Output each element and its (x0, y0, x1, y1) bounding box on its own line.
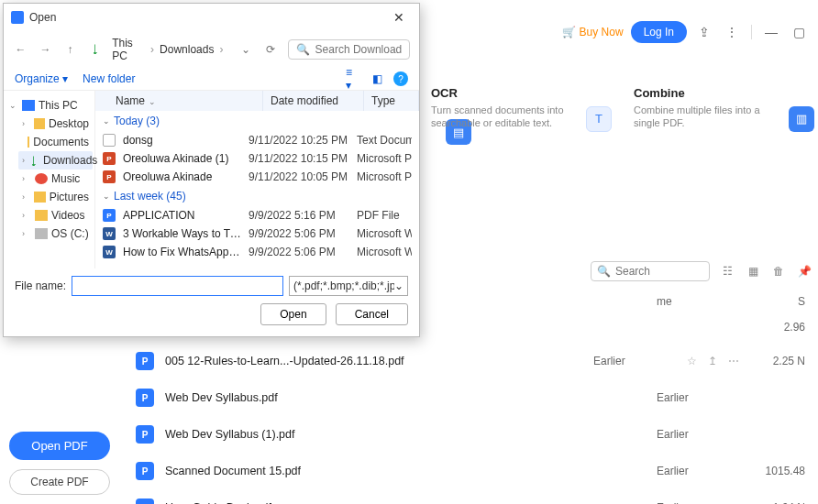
cart-icon: 🛒 (562, 26, 576, 38)
group-lastweek[interactable]: ⌄Last week (45) (95, 186, 419, 206)
nav-download-icon[interactable]: ⭣ (87, 41, 103, 58)
card-title: OCR (431, 86, 610, 100)
more-icon[interactable]: ⋯ (728, 355, 739, 367)
chevron-down-icon: ⌄ (394, 279, 403, 292)
dialog-search-input[interactable] (315, 43, 403, 56)
combine-icon: ▥ (789, 106, 814, 132)
group-today[interactable]: ⌄Today (3) (95, 111, 419, 131)
dialog-toolbar: Organize ▾ New folder ≡ ▾ ◧ ? (4, 68, 419, 90)
dialog-nav: ← → ↑ ⭣ This PC › Downloads › ⌄ ⟳ 🔍 (4, 31, 419, 68)
file-item[interactable]: PAPPLICATION9/9/2022 5:16 PMPDF File (95, 206, 419, 225)
left-panel: Open PDF Create PDF (9, 432, 128, 495)
filename-input[interactable] (72, 276, 283, 296)
close-icon[interactable]: ✕ (386, 7, 412, 27)
chevron-right-icon: › (219, 43, 223, 56)
delete-icon[interactable]: 🗑 (770, 263, 787, 279)
star-icon[interactable]: ☆ (687, 355, 697, 367)
view-list-icon[interactable]: ☷ (719, 263, 735, 279)
upload-icon[interactable]: ↥ (708, 355, 717, 367)
minimize-icon[interactable]: — (761, 22, 781, 42)
folder-tree: ⌄This PC ›Desktop Documents ›⭣Downloads … (4, 91, 95, 268)
nav-back-icon[interactable]: ← (13, 41, 28, 58)
file-row[interactable]: P 005 12-Rules-to-Learn...-Updated-26.11… (128, 343, 812, 379)
file-name: Web Dev Syllabus.pdf (165, 391, 646, 404)
preview-pane-icon[interactable]: ◧ (370, 71, 384, 86)
organize-menu[interactable]: Organize ▾ (15, 72, 68, 85)
file-row[interactable]: P Web Dev Syllabus.pdf Earlier (128, 379, 812, 416)
tree-music[interactable]: ›Music (18, 170, 93, 188)
row-actions: ☆ ↥ ⋯ (687, 355, 739, 367)
tree-this-pc[interactable]: ⌄This PC (6, 96, 93, 115)
help-icon[interactable]: ? (393, 71, 408, 86)
file-item[interactable]: POreoluwa Akinade (1)9/11/2022 10:15 PMM… (95, 149, 419, 168)
file-time: Earlier (593, 355, 676, 367)
file-row[interactable]: P User Guide Book.pdf Earlier 1.64 N (128, 489, 812, 504)
dialog-footer: File name: (*.pdf;*.bmp;*.dib;*.jpg;*.jp… (4, 268, 419, 336)
crumb-item[interactable]: Downloads (160, 43, 214, 56)
login-button[interactable]: Log In (631, 21, 687, 43)
card-combine[interactable]: Combine Combine multiple files into a si… (634, 81, 818, 136)
tree-osc[interactable]: ›OS (C:) (18, 225, 93, 243)
file-item[interactable]: donsg9/11/2022 10:25 PMText Documen (95, 131, 419, 149)
new-folder-button[interactable]: New folder (83, 72, 135, 85)
chevron-down-icon[interactable]: ⌄ (238, 41, 253, 58)
separator (751, 25, 752, 39)
crumb-item[interactable]: This PC (112, 37, 145, 62)
search-input[interactable]: 🔍 (591, 261, 710, 281)
tree-documents[interactable]: Documents (18, 133, 93, 151)
tree-desktop[interactable]: ›Desktop (18, 115, 93, 133)
buy-now-link[interactable]: 🛒 Buy Now (562, 26, 624, 38)
file-time: Earlier (657, 465, 739, 477)
tree-videos[interactable]: ›Videos (18, 206, 93, 225)
cancel-button[interactable]: Cancel (336, 303, 408, 325)
pdf-icon: P (136, 352, 154, 370)
open-dialog: Open ✕ ← → ↑ ⭣ This PC › Downloads › ⌄ ⟳… (3, 3, 420, 337)
tree-pictures[interactable]: ›Pictures (18, 188, 93, 206)
file-size: 1015.48 (750, 465, 805, 477)
file-row[interactable]: P Scanned Document 15.pdf Earlier 1015.4… (128, 453, 812, 489)
tree-downloads[interactable]: ›⭣Downloads (18, 151, 93, 170)
filter-bar: 🔍 ☷ ▦ 🗑 📌 (591, 261, 812, 281)
card-title: Combine (634, 86, 812, 100)
file-time: Earlier (657, 391, 739, 404)
nav-forward-icon[interactable]: → (38, 41, 53, 58)
buy-now-label: Buy Now (580, 26, 624, 38)
pdf-icon: P (136, 462, 154, 480)
file-size: 2.25 N (750, 355, 805, 367)
search-field[interactable] (615, 265, 703, 278)
open-pdf-button[interactable]: Open PDF (9, 432, 110, 460)
share-icon[interactable]: ⇪ (694, 22, 714, 42)
file-item[interactable]: WHow to Fix WhatsApp Backup Not Showi...… (95, 243, 419, 261)
create-pdf-button[interactable]: Create PDF (9, 469, 110, 495)
view-grid-icon[interactable]: ▦ (745, 263, 761, 279)
search-icon: 🔍 (296, 43, 310, 56)
more-icon[interactable]: ⋮ (722, 22, 742, 42)
dialog-search[interactable]: 🔍 (288, 39, 411, 60)
file-item[interactable]: POreoluwa Akinade9/11/2022 10:05 PMMicro… (95, 168, 419, 186)
card-desc: Turn scanned documents into searchable o… (431, 104, 569, 130)
nav-up-icon[interactable]: ↑ (62, 41, 78, 58)
chevron-right-icon: › (150, 43, 154, 56)
refresh-icon[interactable]: ⟳ (262, 41, 278, 58)
open-button[interactable]: Open (260, 303, 326, 325)
view-mode-icon[interactable]: ≡ ▾ (346, 71, 360, 86)
col-date[interactable]: Date modified (263, 91, 364, 111)
pdf-icon: P (136, 499, 154, 504)
column-header: Name⌄ Date modified Type (95, 91, 419, 111)
file-name: 005 12-Rules-to-Learn...-Updated-26.11.1… (165, 355, 582, 367)
col-name[interactable]: Name⌄ (95, 91, 263, 111)
dialog-titlebar: Open ✕ (4, 4, 419, 31)
card-ocr[interactable]: OCR Turn scanned documents into searchab… (431, 81, 615, 136)
dialog-file-list: Name⌄ Date modified Type ⌄Today (3) dons… (95, 91, 419, 268)
pdf-icon: P (136, 425, 154, 444)
pin-icon[interactable]: 📌 (796, 263, 812, 279)
file-row[interactable]: P Web Dev Syllabus (1).pdf Earlier (128, 416, 812, 453)
breadcrumb[interactable]: This PC › Downloads › (112, 37, 223, 62)
col-type[interactable]: Type (364, 91, 419, 111)
filename-label: File name: (15, 279, 66, 292)
pdf-icon: P (136, 389, 154, 407)
file-item[interactable]: W3 Workable Ways to Transfer Game Progr.… (95, 225, 419, 243)
maximize-icon[interactable]: ▢ (789, 22, 809, 42)
filetype-select[interactable]: (*.pdf;*.bmp;*.dib;*.jpg;*.jpeg;*⌄ (289, 276, 408, 296)
ocr-icon: T (586, 106, 612, 132)
